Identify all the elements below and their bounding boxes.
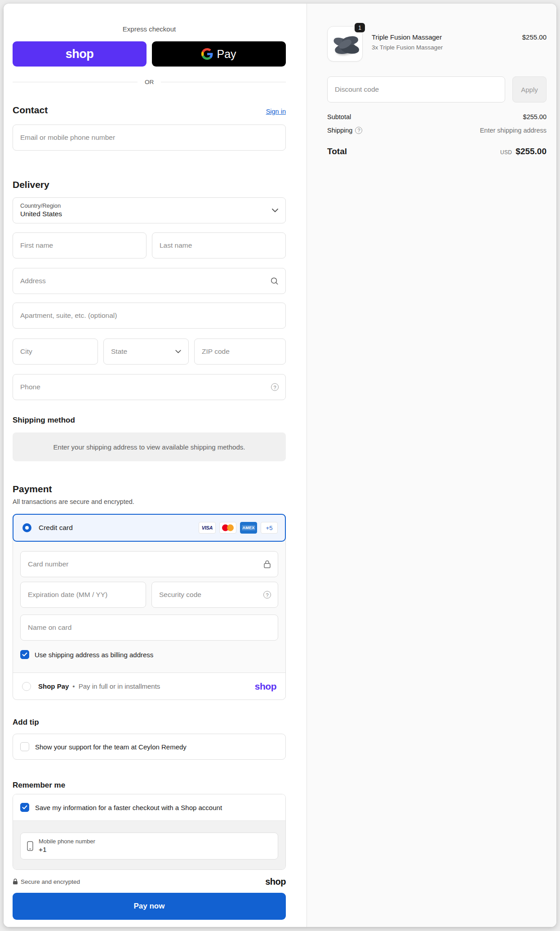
mastercard-icon <box>219 522 236 534</box>
shop-logo: shop <box>265 877 286 887</box>
quantity-badge: 1 <box>354 22 366 33</box>
item-title: Triple Fusion Massager <box>372 33 522 41</box>
country-value: United States <box>20 210 62 218</box>
expiration-input[interactable] <box>20 582 146 608</box>
name-on-card-input[interactable] <box>20 615 278 641</box>
payment-methods-box: Credit card VISA AMEX +5 <box>13 514 286 700</box>
divider-line <box>161 82 286 82</box>
search-icon <box>270 277 279 285</box>
name-row <box>13 232 286 258</box>
credit-card-label: Credit card <box>39 524 199 532</box>
item-info: Triple Fusion Massager 3x Triple Fusion … <box>363 26 522 51</box>
subtotal-row: Subtotal $255.00 <box>327 113 547 120</box>
tip-checkbox[interactable] <box>20 742 29 751</box>
apply-discount-button[interactable]: Apply <box>512 76 547 102</box>
help-icon[interactable]: ? <box>355 127 362 134</box>
apartment-input[interactable] <box>13 303 286 329</box>
currency-code: USD <box>500 149 512 156</box>
shop-pay-express-button[interactable]: shop <box>13 41 147 67</box>
save-info-row: Save my information for a faster checkou… <box>13 794 285 820</box>
billing-address-row: Use shipping address as billing address <box>20 650 278 659</box>
shipping-row: Shipping ? Enter shipping address <box>327 127 547 134</box>
email-input[interactable] <box>13 125 286 151</box>
shipping-label-wrap: Shipping ? <box>327 127 362 134</box>
mobile-phone-field[interactable]: Mobile phone number +1 <box>20 833 278 860</box>
google-g-icon <box>201 48 213 60</box>
state-select[interactable]: State <box>103 339 189 365</box>
lock-icon <box>13 878 18 885</box>
separator-dot: • <box>72 682 75 690</box>
credit-card-form: ? Use shipping address as billing addres… <box>13 541 285 673</box>
help-icon[interactable]: ? <box>263 591 271 599</box>
more-cards-badge[interactable]: +5 <box>261 522 278 534</box>
subtotal-label: Subtotal <box>327 113 351 120</box>
credit-card-option[interactable]: Credit card VISA AMEX +5 <box>13 514 286 542</box>
phone-input[interactable] <box>13 374 286 400</box>
lock-icon <box>263 560 271 569</box>
discount-code-input[interactable] <box>327 76 505 102</box>
address-input[interactable] <box>13 268 286 294</box>
country-select-content: Country/Region United States <box>20 203 62 218</box>
mobile-phone-content: Mobile phone number +1 <box>39 838 95 854</box>
address-field-wrap <box>13 268 286 294</box>
mobile-phone-icon <box>27 841 33 851</box>
tip-row: Show your support for the team at Ceylon… <box>13 734 286 760</box>
contact-header: Contact Sign in <box>13 105 286 115</box>
billing-address-checkbox[interactable] <box>20 650 29 659</box>
payment-heading: Payment <box>13 484 286 494</box>
express-checkout-label: Express checkout <box>13 25 286 33</box>
discount-row: Apply <box>327 76 547 102</box>
city-input[interactable] <box>13 339 98 365</box>
country-label: Country/Region <box>20 203 62 209</box>
delivery-heading: Delivery <box>13 180 286 190</box>
save-info-label: Save my information for a faster checkou… <box>35 804 222 811</box>
chevron-down-icon <box>175 350 181 353</box>
card-number-input[interactable] <box>20 551 278 577</box>
shipping-label: Shipping <box>327 127 352 134</box>
shop-pay-label: Shop Pay <box>38 682 69 690</box>
payment-subtitle: All transactions are secure and encrypte… <box>13 498 286 505</box>
remember-me-heading: Remember me <box>13 781 286 789</box>
total-value: $255.00 <box>516 147 547 156</box>
help-icon[interactable]: ? <box>271 383 279 391</box>
shipping-method-heading: Shipping method <box>13 416 286 424</box>
exp-cvv-row: ? <box>20 582 278 608</box>
shop-pay-desc: Pay in full or in installments <box>79 682 251 690</box>
shop-pay-option[interactable]: Shop Pay • Pay in full or in installment… <box>13 673 285 699</box>
sign-in-link[interactable]: Sign in <box>266 108 286 115</box>
amex-icon: AMEX <box>240 522 257 534</box>
state-placeholder: State <box>111 347 127 356</box>
item-price: $255.00 <box>522 26 547 41</box>
gpay-label: Pay <box>217 48 236 61</box>
last-name-input[interactable] <box>152 232 286 258</box>
total-amount-wrap: USD $255.00 <box>500 147 547 156</box>
google-pay-button[interactable]: Pay <box>152 41 286 67</box>
save-info-checkbox[interactable] <box>20 803 29 812</box>
checkout-form-pane: Express checkout shop Pay OR <box>4 4 307 927</box>
credit-card-radio[interactable] <box>22 523 31 532</box>
remember-me-box: Save my information for a faster checkou… <box>13 794 286 870</box>
phone-field-wrap: ? <box>13 374 286 400</box>
tip-label: Show your support for the team at Ceylon… <box>35 743 187 751</box>
contact-heading: Contact <box>13 105 48 115</box>
country-select[interactable]: Country/Region United States <box>13 197 286 223</box>
subtotal-value: $255.00 <box>523 113 547 120</box>
pay-now-button[interactable]: Pay now <box>13 893 286 920</box>
divider-line <box>13 82 138 82</box>
item-variant: 3x Triple Fusion Massager <box>372 44 522 51</box>
add-tip-heading: Add tip <box>13 718 286 726</box>
zip-input[interactable] <box>194 339 286 365</box>
mobile-phone-value: +1 <box>39 846 95 854</box>
line-item: 1 Triple Fusion Massager 3x Triple Fusio… <box>327 26 547 62</box>
first-name-input[interactable] <box>13 232 147 258</box>
billing-address-label: Use shipping address as billing address <box>35 651 153 659</box>
city-state-zip-row: State <box>13 339 286 365</box>
shop-pay-radio[interactable] <box>22 682 31 691</box>
or-divider: OR <box>13 78 286 85</box>
express-buttons: shop Pay <box>13 41 286 67</box>
shipping-method-notice: Enter your shipping address to view avai… <box>13 432 286 461</box>
secure-row: Secure and encrypted shop <box>13 877 286 886</box>
checkout-card: Express checkout shop Pay OR <box>4 4 556 927</box>
security-code-input[interactable] <box>151 582 278 608</box>
security-code-wrap: ? <box>151 582 278 608</box>
